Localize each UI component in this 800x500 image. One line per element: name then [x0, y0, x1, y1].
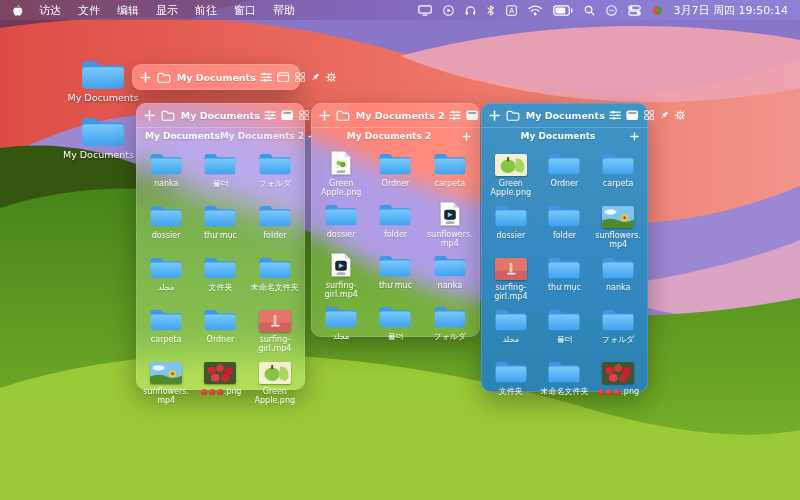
file-item[interactable]: carpeta [423, 147, 477, 198]
tab[interactable]: My Documents 2 [320, 131, 458, 141]
file-item[interactable]: Green Apple.png [314, 147, 368, 198]
file-item[interactable]: nanka [423, 249, 477, 300]
menu-item[interactable]: 显示 [156, 3, 178, 18]
file-item[interactable]: folder [368, 198, 422, 249]
pin-icon[interactable] [659, 110, 670, 121]
gear-icon[interactable] [326, 72, 337, 83]
folder-icon [80, 114, 126, 148]
toolbar-only-window[interactable]: My Documents [132, 64, 300, 90]
file-item[interactable]: surfing-girl.mp4 [248, 303, 302, 355]
sliders-icon[interactable] [609, 110, 621, 121]
plus-icon[interactable] [489, 110, 500, 121]
file-item[interactable]: dossier [139, 199, 193, 251]
tab[interactable]: My Documents [490, 131, 626, 141]
file-item[interactable]: folder [248, 199, 302, 251]
file-item[interactable]: surfing-girl.mp4 [484, 251, 538, 303]
file-item[interactable]: nanka [591, 251, 645, 303]
tab[interactable]: My Documents [145, 131, 220, 141]
file-item[interactable]: Green Apple.png [248, 355, 302, 407]
file-item[interactable]: مجلد [484, 303, 538, 355]
menu-item[interactable]: 文件 [78, 3, 100, 18]
menu-item[interactable]: 窗口 [234, 3, 256, 18]
folder-icon [258, 202, 292, 228]
sliders-icon[interactable] [260, 72, 272, 83]
folder-small-icon[interactable] [506, 110, 520, 121]
file-item[interactable]: フォルダ [248, 147, 302, 199]
plus-icon[interactable] [630, 132, 639, 141]
file-item[interactable]: Ordner [193, 303, 247, 355]
file-item[interactable]: 未命名文件夹 [248, 251, 302, 303]
file-item[interactable]: フォルダ [591, 303, 645, 355]
file-item[interactable]: مجلد [139, 251, 193, 303]
file-item[interactable]: thư mục [368, 249, 422, 300]
control-center-icon[interactable] [628, 5, 641, 16]
plus-icon[interactable] [462, 132, 471, 141]
file-item[interactable]: surfing-girl.mp4 [314, 249, 368, 300]
desktop-folder[interactable]: My Documents 2 [60, 114, 146, 160]
file-item[interactable]: thư mục [193, 199, 247, 251]
app-icon[interactable] [652, 5, 663, 16]
file-item[interactable]: .png [591, 355, 645, 407]
window-my-documents-translucent[interactable]: My Documents My DocumentsMy Documents 2 … [136, 103, 305, 390]
grid-icon[interactable] [295, 72, 306, 83]
file-item[interactable]: 文件夹 [193, 251, 247, 303]
grid-icon[interactable] [299, 110, 310, 121]
file-item[interactable]: 폴더 [538, 303, 592, 355]
battery-icon[interactable] [553, 5, 573, 16]
file-item[interactable]: sunflowers.mp4 [591, 199, 645, 251]
file-item[interactable]: folder [538, 199, 592, 251]
play-circle-icon[interactable] [443, 5, 454, 16]
file-item[interactable]: مجلد [314, 300, 368, 351]
window-my-documents-2[interactable]: My Documents 2 My Documents 2 Green Appl… [311, 103, 480, 337]
file-item[interactable]: 文件夹 [484, 355, 538, 407]
folder-small-icon[interactable] [336, 110, 350, 121]
search-icon[interactable] [584, 5, 595, 16]
bluetooth-icon[interactable] [487, 5, 494, 16]
tab[interactable]: My Documents 2 [220, 131, 304, 141]
headphones-icon[interactable] [465, 5, 476, 16]
file-item[interactable]: フォルダ [423, 300, 477, 351]
panel-icon-active[interactable] [281, 110, 293, 121]
file-item[interactable]: thư mục [538, 251, 592, 303]
menu-item[interactable]: 编辑 [117, 3, 139, 18]
file-item-label: folder [263, 231, 286, 240]
siri-icon[interactable] [606, 5, 617, 16]
panel-icon[interactable] [277, 72, 289, 83]
menu-item[interactable]: 帮助 [273, 3, 295, 18]
input-source-icon[interactable]: A [506, 5, 517, 16]
file-item[interactable]: sunflowers.mp4 [423, 198, 477, 249]
panel-icon-active[interactable] [466, 110, 478, 121]
file-item[interactable]: .png [193, 355, 247, 407]
file-item[interactable]: 未命名文件夹 [538, 355, 592, 407]
plus-icon[interactable] [144, 110, 155, 121]
file-item[interactable]: carpeta [591, 147, 645, 199]
plus-icon[interactable] [140, 72, 151, 83]
wifi-icon[interactable] [528, 5, 542, 16]
file-item-label: dossier [327, 230, 356, 239]
window-my-documents-blue[interactable]: My Documents My Documents Green Apple.pn… [481, 103, 648, 392]
grid-icon[interactable] [644, 110, 655, 121]
file-item[interactable]: Green Apple.png [484, 147, 538, 199]
menu-item[interactable]: 访达 [39, 3, 61, 18]
file-item[interactable]: carpeta [139, 303, 193, 355]
menu-item[interactable]: 前往 [195, 3, 217, 18]
plus-icon[interactable] [319, 110, 330, 121]
file-item[interactable]: 폴더 [368, 300, 422, 351]
file-item[interactable]: dossier [484, 199, 538, 251]
file-item[interactable]: dossier [314, 198, 368, 249]
apple-icon[interactable] [12, 4, 23, 17]
folder-small-icon[interactable] [161, 110, 175, 121]
menu-bar-clock[interactable]: 3月7日 周四 19:50:14 [674, 3, 788, 18]
display-icon[interactable] [418, 5, 432, 16]
sliders-icon[interactable] [449, 110, 461, 121]
gear-icon[interactable] [675, 110, 686, 121]
file-item[interactable]: Ordner [368, 147, 422, 198]
file-item[interactable]: 폴더 [193, 147, 247, 199]
file-item[interactable]: Ordner [538, 147, 592, 199]
panel-icon-active[interactable] [626, 110, 638, 121]
pin-icon[interactable] [310, 72, 321, 83]
file-item[interactable]: nanka [139, 147, 193, 199]
folder-small-icon[interactable] [157, 72, 171, 83]
file-item[interactable]: sunflowers.mp4 [139, 355, 193, 407]
sliders-icon[interactable] [264, 110, 276, 121]
